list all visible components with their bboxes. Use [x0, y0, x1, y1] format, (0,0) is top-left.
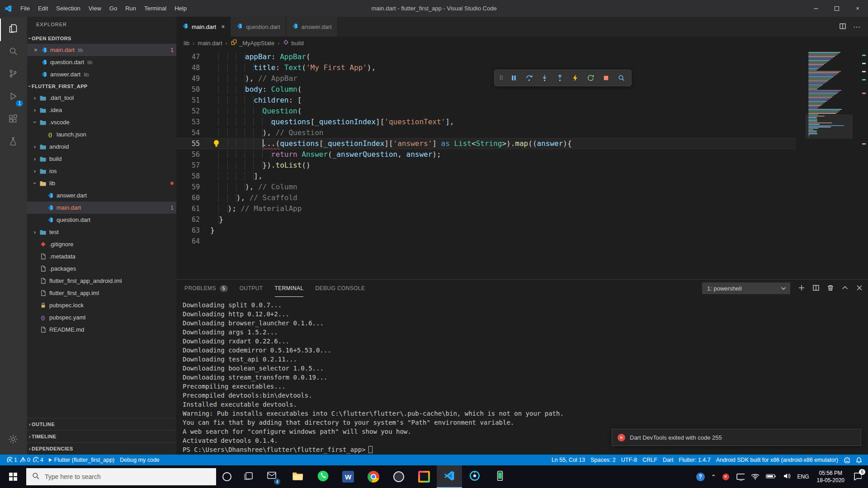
tree-item-.metadata[interactable]: .metadata	[27, 250, 176, 263]
hot-reload-button[interactable]	[568, 71, 583, 85]
taskbar-app-app[interactable]	[386, 465, 411, 488]
device-name-status[interactable]: Android SDK built for x86 (android-x86 e…	[713, 457, 841, 463]
tree-item-.dart_tool[interactable]: ›.dart_tool	[27, 92, 176, 104]
eol-status[interactable]: CRLF	[640, 457, 660, 463]
tree-item-answer.dart[interactable]: answer.dart	[27, 189, 176, 202]
activity-testing[interactable]	[0, 131, 27, 154]
taskbar-app-visual-studio-code[interactable]	[437, 465, 462, 488]
lightbulb-icon[interactable]	[212, 140, 221, 148]
minimap[interactable]	[806, 49, 853, 139]
action-center-button[interactable]: 6	[849, 465, 868, 488]
panel-tab-problems[interactable]: PROBLEMS5	[184, 280, 228, 297]
breadcrumb-lib[interactable]: lib	[184, 40, 189, 47]
volume-tray-icon[interactable]	[779, 465, 794, 488]
new-terminal-icon[interactable]	[798, 284, 805, 293]
tree-item-flutter_first_app_android.iml[interactable]: flutter_first_app_android.iml	[27, 275, 176, 287]
help-button[interactable]: ?	[693, 465, 708, 488]
tray-expand-button[interactable]: ⌃	[708, 465, 719, 488]
breadcrumb-main.dart[interactable]: main.dart	[198, 40, 222, 47]
tree-item-question.dart[interactable]: question.dart	[27, 214, 176, 226]
taskbar-clock[interactable]: 05:56 PM 18-05-2020	[812, 469, 849, 484]
terminal-shell-select[interactable]: 1: powershell	[702, 282, 790, 294]
taskbar-app-whatsapp[interactable]	[310, 465, 335, 488]
close-button[interactable]: ×	[847, 0, 868, 17]
tree-item-README.md[interactable]: README.md	[27, 324, 176, 336]
tree-item-test[interactable]: ›test	[27, 226, 176, 238]
tab-answer.dart[interactable]: answer.dart	[286, 17, 338, 37]
menu-run[interactable]: Run	[121, 0, 140, 17]
stop-button[interactable]	[599, 71, 613, 85]
step-over-button[interactable]	[522, 71, 537, 85]
tree-item-main.dart[interactable]: main.dart1	[27, 202, 176, 214]
close-icon[interactable]: ×	[221, 23, 225, 30]
activity-search[interactable]	[0, 41, 27, 64]
activity-explorer[interactable]	[0, 19, 27, 41]
tree-item-build[interactable]: ›build	[27, 153, 176, 165]
start-button[interactable]	[0, 465, 26, 488]
problems-status[interactable]: 104	[4, 455, 46, 465]
taskbar-app-intellij-idea[interactable]	[411, 465, 437, 488]
project-header[interactable]: › FLUTTER_FIRST_APP	[27, 80, 176, 92]
tree-item-pubspec.yaml[interactable]: {}pubspec.yaml	[27, 311, 176, 324]
taskbar-search[interactable]	[26, 468, 216, 485]
inspect-widget-button[interactable]	[614, 71, 629, 85]
encoding-status[interactable]: UTF-8	[618, 457, 640, 463]
tree-item-.vscode[interactable]: ›.vscode	[27, 116, 176, 128]
flutter-device-status[interactable]: Flutter (flutter_first_app)	[46, 455, 117, 465]
taskbar-app-chrome[interactable]	[361, 465, 386, 488]
menu-view[interactable]: View	[85, 0, 105, 17]
task-view-button[interactable]	[238, 465, 259, 488]
activity-settings[interactable]	[0, 429, 27, 452]
open-editor-question.dart[interactable]: question.dartlib	[27, 56, 176, 68]
pause-button[interactable]	[506, 71, 521, 85]
menu-edit[interactable]: Edit	[34, 0, 52, 17]
section-timeline[interactable]: ›TIMELINE	[27, 430, 176, 442]
restart-button[interactable]	[583, 71, 598, 85]
cursor-position-status[interactable]: Ln 55, Col 13	[549, 457, 588, 463]
kill-terminal-icon[interactable]	[827, 284, 834, 293]
menu-terminal[interactable]: Terminal	[140, 0, 170, 17]
flutter-version-status[interactable]: Flutter: 1.4.7	[676, 457, 713, 463]
tree-item-.gitignore[interactable]: .gitignore	[27, 238, 176, 250]
menu-go[interactable]: Go	[105, 0, 121, 17]
debug-config-status[interactable]: Debug my code	[117, 455, 162, 465]
tree-item-.idea[interactable]: ›.idea	[27, 104, 176, 116]
menu-selection[interactable]: Selection	[52, 0, 84, 17]
taskbar-app-word[interactable]: W	[335, 465, 361, 488]
tab-main.dart[interactable]: main.dart×	[176, 17, 231, 37]
panel-tab-output[interactable]: OUTPUT	[240, 280, 263, 297]
step-out-button[interactable]	[552, 71, 567, 85]
minimize-button[interactable]: ─	[806, 0, 826, 17]
more-actions-icon[interactable]: ⋯	[853, 23, 861, 31]
language-indicator[interactable]: ENG	[794, 465, 812, 488]
display-tray-icon[interactable]	[732, 465, 748, 488]
panel-tab-debug-console[interactable]: DEBUG CONSOLE	[315, 280, 365, 297]
sync-error-tray-icon[interactable]: ✕	[719, 465, 732, 488]
indentation-status[interactable]: Spaces: 2	[588, 457, 618, 463]
taskbar-app-android-studio[interactable]	[462, 465, 487, 488]
breadcrumb-build[interactable]: build	[283, 39, 303, 47]
bell-icon[interactable]	[853, 457, 864, 463]
close-icon[interactable]: ×	[32, 47, 40, 53]
breadcrumb-_MyAppState[interactable]: _MyAppState	[231, 39, 274, 47]
activity-run-debug[interactable]: 1	[0, 86, 27, 109]
activity-source-control[interactable]	[0, 64, 27, 86]
open-editor-main.dart[interactable]: ×main.dartlib1	[27, 44, 176, 56]
battery-tray-icon[interactable]	[763, 465, 779, 488]
tree-item-android[interactable]: ›android	[27, 141, 176, 153]
tree-item-launch.json[interactable]: {}launch.json	[27, 128, 176, 141]
section-dependencies[interactable]: ›DEPENDENCIES	[27, 442, 176, 455]
tree-item-ios[interactable]: ›ios	[27, 165, 176, 177]
tree-item-.packages[interactable]: .packages	[27, 263, 176, 275]
maximize-button[interactable]	[826, 0, 847, 17]
taskbar-app-android-emulator[interactable]	[487, 465, 513, 488]
menu-file[interactable]: File	[16, 0, 34, 17]
feedback-icon[interactable]	[841, 457, 853, 463]
step-into-button[interactable]	[537, 71, 552, 85]
split-terminal-icon[interactable]	[812, 284, 819, 293]
menu-help[interactable]: Help	[170, 0, 191, 17]
open-editor-answer.dart[interactable]: answer.dartlib	[27, 68, 176, 80]
open-editors-header[interactable]: › OPEN EDITORS	[27, 33, 176, 44]
tree-item-flutter_first_app.iml[interactable]: flutter_first_app.iml	[27, 287, 176, 299]
tab-question.dart[interactable]: question.dart	[231, 17, 286, 37]
